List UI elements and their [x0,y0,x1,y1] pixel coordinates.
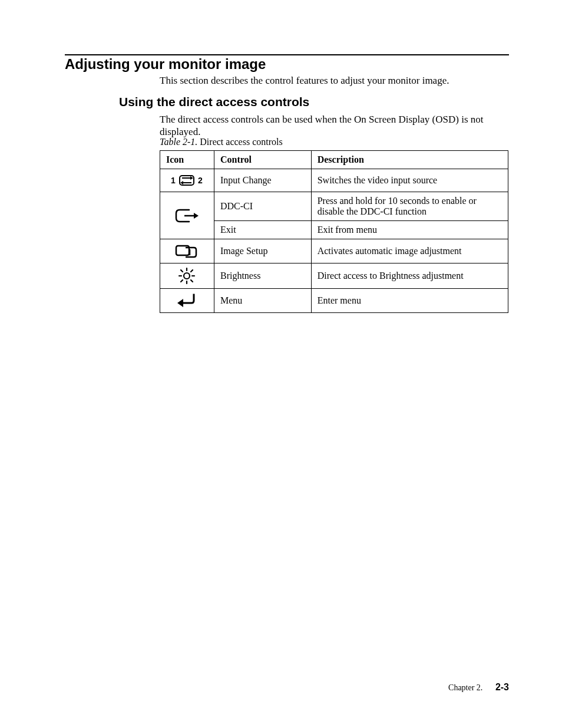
svg-marker-20 [177,299,183,307]
cell-description: Activates automatic image adjustment [311,239,508,263]
table-caption-number: Table 2-1. [160,137,197,147]
cell-description: Exit from menu [311,221,508,239]
cell-description: Enter menu [311,289,508,313]
svg-line-16 [181,270,183,272]
svg-point-11 [184,273,190,279]
table-row: Brightness Direct access to Brightness a… [160,263,508,289]
section-rule [65,54,509,55]
direct-access-controls-table: Icon Control Description 1 2 [160,150,508,313]
table-row: DDC-CI Press and hold for 10 seconds to … [160,192,508,221]
th-description: Description [311,151,508,169]
input-change-icon: 1 2 [160,169,214,192]
table-row: 1 2 Input Change Switches the video inpu… [160,169,508,192]
brightness-icon [160,263,214,289]
cell-control: Menu [214,289,311,313]
svg-marker-6 [180,181,183,185]
table-row: Menu Enter menu [160,289,508,313]
table-row: Image Setup Activates automatic image ad… [160,239,508,263]
cell-control: Image Setup [214,239,311,263]
table-caption-title: Direct access controls [197,137,282,147]
table-caption: Table 2-1. Direct access controls [160,137,283,147]
page-footer: Chapter 2. 2-3 [448,682,509,693]
cell-description: Press and hold for 10 seconds to enable … [311,192,508,221]
cell-description: Switches the video input source [311,169,508,192]
svg-text:1: 1 [171,176,176,185]
table-header-row: Icon Control Description [160,151,508,169]
svg-marker-4 [190,176,193,180]
svg-text:2: 2 [198,176,203,185]
cell-control: Input Change [214,169,311,192]
cell-control: Brightness [214,263,311,289]
footer-chapter: Chapter 2. [448,683,482,692]
th-control: Control [214,151,311,169]
cell-description: Direct access to Brightness adjustment [311,263,508,289]
heading-2: Using the direct access controls [119,95,309,109]
svg-marker-8 [194,213,199,219]
svg-rect-2 [180,176,194,185]
cell-control: DDC-CI [214,192,311,221]
footer-page-number: 2-3 [495,682,509,692]
cell-control: Exit [214,221,311,239]
paragraph: The direct access controls can be used w… [160,113,490,139]
menu-enter-icon [160,289,214,313]
svg-line-18 [191,270,193,272]
th-icon: Icon [160,151,214,169]
svg-line-19 [181,280,183,282]
exit-icon [160,192,214,239]
heading-1: Adjusting your monitor image [65,56,266,73]
intro-text: This section describes the control featu… [160,75,449,87]
svg-line-17 [191,280,193,282]
image-setup-icon [160,239,214,263]
